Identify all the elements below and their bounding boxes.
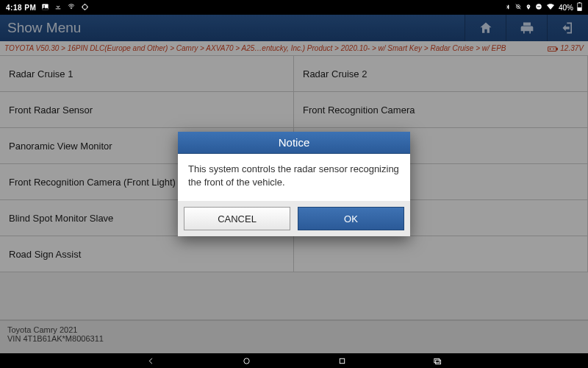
app-frame: Show Menu TOYOTA V50.30 > 16PIN DLC(Euro… (0, 15, 588, 353)
svg-rect-24 (434, 358, 440, 363)
dnd-icon (535, 3, 542, 12)
gps-disabled-icon (514, 3, 522, 12)
image-icon (41, 3, 49, 13)
svg-rect-13 (537, 7, 540, 7)
dialog-actions: CANCEL OK (178, 201, 410, 236)
download-icon (54, 3, 62, 12)
wifi-status-icon (546, 3, 555, 12)
svg-point-1 (44, 5, 46, 7)
nav-recent-button[interactable] (337, 355, 347, 366)
nav-home-button[interactable] (241, 355, 251, 366)
svg-point-3 (71, 8, 72, 9)
nav-back-button[interactable] (146, 355, 156, 366)
battery-icon (577, 2, 582, 13)
bluetooth-icon (505, 3, 511, 13)
target-icon (81, 3, 89, 13)
android-nav-bar (0, 353, 588, 368)
dialog-title: Notice (178, 132, 410, 154)
ok-button[interactable]: OK (298, 207, 404, 230)
svg-point-4 (83, 4, 87, 9)
status-time: 4:18 PM (6, 4, 36, 12)
nav-screenshot-button[interactable] (432, 355, 442, 366)
battery-percentage: 40% (559, 4, 573, 12)
android-status-bar: 4:18 PM 40% (0, 0, 588, 15)
notice-dialog: Notice This system controls the radar se… (178, 132, 410, 236)
svg-rect-23 (340, 358, 344, 363)
location-pin-icon (526, 3, 531, 13)
svg-rect-25 (436, 360, 441, 364)
wifi-icon (67, 3, 76, 12)
svg-point-22 (243, 358, 248, 363)
dialog-message: This system controls the radar sensor re… (178, 154, 410, 201)
svg-rect-16 (578, 7, 581, 10)
cancel-button[interactable]: CANCEL (184, 207, 290, 230)
svg-rect-2 (56, 9, 61, 10)
